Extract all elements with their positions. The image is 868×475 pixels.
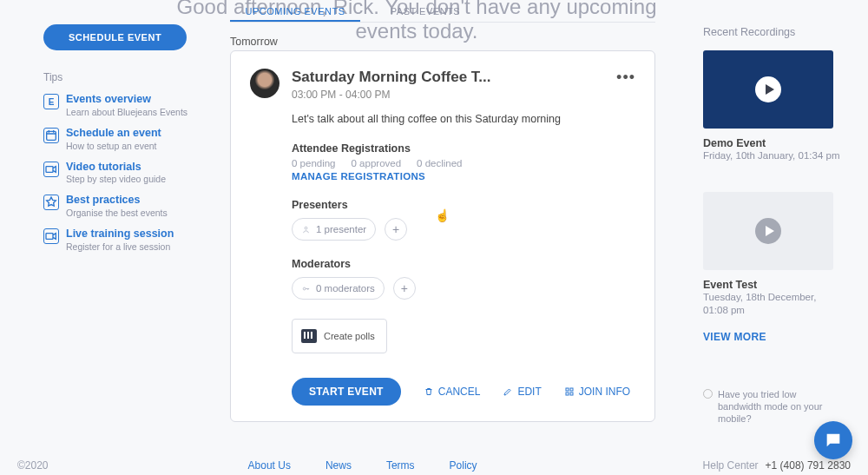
event-time: 03:00 PM - 04:00 PM bbox=[292, 89, 491, 101]
copyright: ©2020 bbox=[17, 459, 49, 472]
recording-title[interactable]: Demo Event bbox=[703, 137, 842, 149]
tips-header: Tips bbox=[43, 71, 200, 83]
section-header: Tomorrow bbox=[230, 36, 278, 48]
edit-button[interactable]: EDIT bbox=[503, 386, 541, 398]
svg-rect-6 bbox=[570, 388, 573, 391]
moderators-header: Moderators bbox=[292, 258, 635, 270]
svg-rect-5 bbox=[566, 388, 569, 391]
polls-icon bbox=[301, 329, 317, 343]
recording-thumbnail[interactable] bbox=[703, 50, 833, 129]
svg-point-4 bbox=[303, 287, 306, 290]
tip-sub: How to setup an event bbox=[66, 141, 161, 151]
overview-icon: E bbox=[43, 94, 59, 109]
trash-icon bbox=[424, 386, 434, 397]
tip-title: Best practices bbox=[66, 195, 168, 207]
tip-title: Video tutorials bbox=[66, 162, 166, 174]
calendar-icon bbox=[43, 128, 59, 143]
tip-video-tutorials[interactable]: Video tutorials Step by step video guide bbox=[43, 162, 200, 185]
manage-registrations-link[interactable]: MANAGE REGISTRATIONS bbox=[292, 171, 635, 181]
cancel-button[interactable]: CANCEL bbox=[424, 386, 481, 398]
tip-schedule[interactable]: Schedule an event How to setup an event bbox=[43, 128, 200, 151]
recording-subtitle: Friday, 10th January, 01:34 pm bbox=[703, 149, 842, 162]
svg-rect-1 bbox=[46, 166, 53, 172]
declined-count: 0 declined bbox=[417, 158, 462, 168]
recordings-header: Recent Recordings bbox=[703, 26, 842, 38]
svg-rect-7 bbox=[566, 393, 569, 395]
tip-sub: Register for a live session bbox=[66, 241, 174, 252]
bulb-icon bbox=[703, 389, 713, 399]
presenters-header: Presenters bbox=[292, 199, 635, 211]
help-center-link[interactable]: Help Center bbox=[703, 459, 759, 472]
event-card: Saturday Morning Coffee T... 03:00 PM - … bbox=[230, 50, 655, 422]
more-menu-icon[interactable]: ••• bbox=[616, 69, 635, 101]
tip-sub: Organise the best events bbox=[66, 208, 168, 218]
recent-recordings: Recent Recordings Demo Event Friday, 10t… bbox=[703, 26, 842, 426]
add-moderator-button[interactable]: + bbox=[393, 277, 416, 300]
add-presenter-button[interactable]: + bbox=[385, 218, 407, 241]
create-polls-button[interactable]: Create polls bbox=[292, 319, 387, 353]
tip-sub: Learn about Bluejeans Events bbox=[66, 107, 187, 117]
tip-events-overview[interactable]: E Events overview Learn about Bluejeans … bbox=[43, 94, 200, 117]
recording-title[interactable]: Event Test bbox=[703, 279, 842, 291]
play-icon bbox=[755, 218, 781, 244]
video-icon bbox=[43, 228, 59, 244]
tip-sub: Step by step video guide bbox=[66, 174, 166, 184]
tip-live-training[interactable]: Live training session Register for a liv… bbox=[43, 228, 200, 252]
tip-title: Schedule an event bbox=[66, 128, 161, 140]
polls-label: Create polls bbox=[324, 331, 375, 341]
presenters-chip[interactable]: 1 presenter bbox=[292, 218, 376, 241]
tab-upcoming[interactable]: UPCOMING EVENTS bbox=[230, 3, 360, 22]
join-info-button[interactable]: JOIN INFO bbox=[564, 386, 630, 398]
tab-past[interactable]: PAST EVENTS bbox=[360, 3, 490, 22]
tip-best-practices[interactable]: Best practices Organise the best events bbox=[43, 195, 200, 218]
tip-title: Events overview bbox=[66, 94, 187, 106]
footer: ©2020 About Us News Terms Policy Help Ce… bbox=[17, 459, 851, 472]
pencil-icon bbox=[503, 386, 513, 397]
schedule-event-button[interactable]: SCHEDULE EVENT bbox=[43, 24, 187, 50]
event-title[interactable]: Saturday Morning Coffee T... bbox=[292, 69, 491, 86]
approved-count: 0 approved bbox=[352, 158, 402, 168]
play-icon bbox=[755, 76, 781, 102]
chip-label: 0 moderators bbox=[316, 283, 375, 294]
avatar bbox=[250, 69, 279, 98]
sidebar: SCHEDULE EVENT Tips E Events overview Le… bbox=[43, 24, 200, 252]
star-icon bbox=[43, 195, 59, 210]
footer-link-about[interactable]: About Us bbox=[248, 459, 291, 472]
svg-rect-0 bbox=[47, 131, 56, 140]
person-icon bbox=[301, 225, 311, 234]
event-description: Let's talk about all thing coffee on thi… bbox=[292, 113, 635, 125]
registrations-header: Attendee Registrations bbox=[292, 142, 635, 155]
moderators-chip[interactable]: 0 moderators bbox=[292, 277, 385, 300]
footer-link-terms[interactable]: Terms bbox=[386, 459, 415, 472]
footer-link-news[interactable]: News bbox=[326, 459, 352, 472]
footer-link-policy[interactable]: Policy bbox=[450, 459, 477, 472]
video-icon bbox=[43, 162, 59, 177]
svg-point-3 bbox=[305, 227, 307, 229]
view-more-link[interactable]: VIEW MORE bbox=[703, 331, 842, 343]
suggestion-tip: Have you tried low bandwidth mode on you… bbox=[703, 388, 842, 426]
svg-rect-8 bbox=[570, 393, 573, 395]
chat-fab[interactable] bbox=[814, 421, 852, 459]
start-event-button[interactable]: START EVENT bbox=[292, 378, 401, 406]
pending-count: 0 pending bbox=[292, 158, 336, 168]
tabs: UPCOMING EVENTS PAST EVENTS bbox=[230, 3, 655, 23]
key-icon bbox=[301, 284, 311, 294]
svg-rect-2 bbox=[46, 234, 53, 240]
chat-icon bbox=[824, 431, 843, 450]
chip-label: 1 presenter bbox=[316, 224, 366, 234]
grid-icon bbox=[564, 386, 575, 397]
tip-title: Live training session bbox=[66, 228, 174, 241]
recording-thumbnail[interactable] bbox=[703, 192, 833, 270]
phone-number: +1 (408) 791 2830 bbox=[766, 459, 851, 472]
recording-subtitle: Tuesday, 18th December, 01:08 pm bbox=[703, 291, 842, 317]
